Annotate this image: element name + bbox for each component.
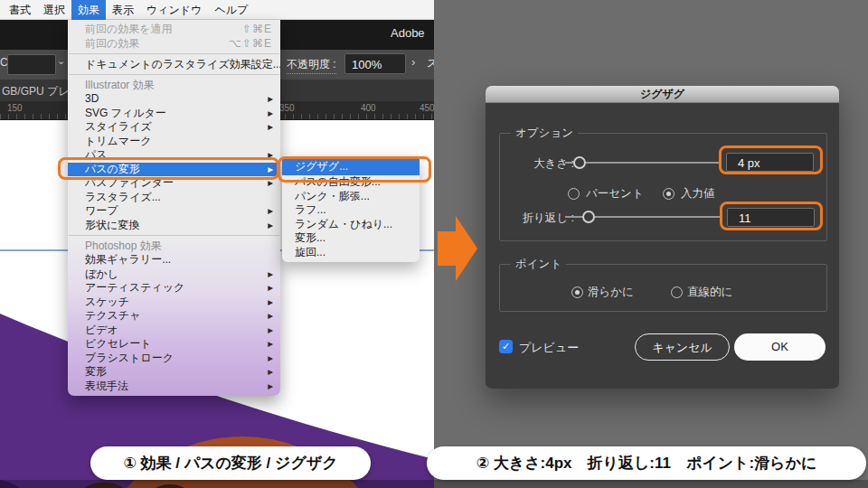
- illustrator-app-region: 書式 選択 効果 表示 ウィンドウ ヘルプ Adobe C ⌄ 不透明度 : 1…: [0, 0, 434, 488]
- effect-menu: 前回の効果を適用⇧⌘E 前回の効果⌥⇧⌘E ドキュメントのラスタライズ効果設定.…: [68, 20, 280, 396]
- points-legend: ポイント: [511, 258, 566, 271]
- menu-item-raster-settings[interactable]: ドキュメントのラスタライズ効果設定...: [68, 57, 280, 71]
- submenu-item-roughen[interactable]: ラフ...: [282, 203, 420, 218]
- annotation-box-ridges-field: [720, 202, 823, 230]
- chevron-right-icon[interactable]: ›: [411, 55, 415, 69]
- submenu-arrow-icon: ▶: [268, 296, 273, 310]
- menu-item-rasterize[interactable]: ラスタライズ...: [68, 191, 280, 205]
- corner-radio-label[interactable]: 直線的に: [687, 285, 732, 300]
- stroke-value-field[interactable]: [7, 54, 56, 75]
- chevron-down-icon[interactable]: ⌄: [57, 55, 65, 67]
- menu-item-convert-to-shape[interactable]: 形状に変換▶: [68, 219, 280, 233]
- menu-item-last-effect: 前回の効果⌥⇧⌘E: [68, 36, 280, 51]
- size-slider-track[interactable]: [565, 162, 721, 164]
- menu-item-blur[interactable]: ぼかし▶: [68, 267, 280, 282]
- absolute-radio[interactable]: [663, 188, 675, 200]
- percent-radio[interactable]: [568, 188, 580, 200]
- ruler-mark: 400: [361, 103, 376, 113]
- dialog-title[interactable]: ジグザグ: [486, 86, 839, 103]
- bottom-vignette: [0, 480, 868, 488]
- submenu-arrow-icon: ▶: [268, 107, 273, 121]
- menubar-item-window[interactable]: ウィンドウ: [140, 0, 208, 20]
- submenu-arrow-icon: ▶: [268, 352, 273, 366]
- menubar-item-select[interactable]: 選択: [37, 0, 71, 20]
- caption-step1: ① 効果 / パスの変形 / ジグザク: [90, 446, 371, 480]
- ruler-mark: 150: [7, 103, 23, 113]
- submenu-arrow-icon: ▶: [268, 120, 273, 135]
- submenu-arrow-icon: ▶: [268, 324, 273, 338]
- submenu-item-tweak[interactable]: ランダム・ひねり...: [282, 218, 420, 232]
- submenu-arrow-icon: ▶: [268, 309, 273, 324]
- cancel-button[interactable]: キャンセル: [635, 333, 730, 361]
- menu-item-sketch[interactable]: スケッチ▶: [68, 296, 280, 310]
- ridges-slider-knob[interactable]: [582, 211, 595, 223]
- opacity-label[interactable]: 不透明度 :: [287, 57, 336, 74]
- ok-button[interactable]: OK: [734, 333, 826, 361]
- submenu-arrow-icon: ▶: [268, 337, 273, 352]
- menubar-item-view[interactable]: 表示: [106, 0, 140, 20]
- menu-item-texture[interactable]: テクスチャ▶: [68, 309, 280, 324]
- size-slider-knob[interactable]: [573, 156, 586, 169]
- submenu-arrow-icon: ▶: [268, 380, 273, 394]
- menu-item-effect-gallery[interactable]: 効果ギャラリー...: [68, 253, 280, 267]
- submenu-arrow-icon: ▶: [268, 267, 273, 282]
- preview-label[interactable]: プレビュー: [519, 340, 579, 356]
- annotation-box-submenu: [278, 156, 431, 183]
- corner-radio[interactable]: [671, 286, 683, 298]
- menubar-item-help[interactable]: ヘルプ: [208, 0, 254, 20]
- menu-separator: [69, 74, 279, 75]
- menu-separator: [69, 235, 279, 236]
- annotation-box-size-field: [719, 145, 823, 174]
- menu-item-3d[interactable]: 3D▶: [68, 92, 280, 107]
- menu-item-stylize[interactable]: スタイライズ▶: [68, 120, 280, 135]
- percent-radio-label[interactable]: パーセント: [586, 186, 644, 202]
- menu-item-pixelate[interactable]: ピクセレート▶: [68, 337, 280, 352]
- menu-header-photoshop-effects: Photoshop 効果: [68, 239, 280, 253]
- menu-item-warp[interactable]: ワープ▶: [68, 204, 280, 219]
- menubar: 書式 選択 効果 表示 ウィンドウ ヘルプ: [0, 0, 434, 20]
- absolute-radio-label[interactable]: 入力値: [681, 186, 715, 202]
- menu-item-artistic[interactable]: アーティスティック▶: [68, 281, 280, 296]
- size-label: 大きさ :: [486, 156, 574, 172]
- smooth-radio[interactable]: [571, 286, 583, 298]
- menu-item-svg-filter[interactable]: SVG フィルター▶: [68, 107, 280, 121]
- menu-item-apply-last-effect: 前回の効果を適用⇧⌘E: [68, 22, 280, 36]
- annotation-box-menu: [58, 157, 279, 180]
- options-legend: オプション: [511, 127, 578, 140]
- menubar-item-format[interactable]: 書式: [3, 0, 37, 20]
- menu-item-stylize-ps[interactable]: 表現手法▶: [68, 380, 280, 394]
- ruler-mark: 450: [420, 103, 435, 113]
- submenu-item-pucker-bloat[interactable]: パンク・膨張...: [282, 190, 420, 204]
- step-arrow-icon: [436, 214, 479, 283]
- menubar-item-effect[interactable]: 効果: [71, 0, 106, 20]
- opacity-value-field[interactable]: 100%: [344, 53, 406, 74]
- submenu-arrow-icon: ▶: [268, 219, 273, 233]
- submenu-arrow-icon: ▶: [268, 92, 273, 107]
- ruler-mark: 350: [279, 103, 295, 113]
- points-groupbox: ポイント: [499, 264, 827, 312]
- submenu-arrow-icon: ▶: [268, 365, 273, 380]
- check-icon: ✓: [502, 341, 510, 352]
- ridges-label: 折り返し :: [486, 211, 574, 226]
- submenu-item-transform[interactable]: 変形...: [282, 231, 420, 246]
- menu-item-video[interactable]: ビデオ▶: [68, 324, 280, 338]
- preview-checkbox[interactable]: ✓: [499, 340, 513, 353]
- smooth-radio-label[interactable]: 滑らかに: [588, 285, 634, 300]
- zigzag-dialog: ジグザグ オプション 大きさ : 4 px パーセント 入力値 折り返し : 1…: [486, 86, 839, 389]
- menu-item-distort[interactable]: 変形▶: [68, 365, 280, 380]
- menu-item-brush-strokes[interactable]: ブラシストローク▶: [68, 352, 280, 366]
- submenu-arrow-icon: ▶: [268, 204, 273, 219]
- menu-header-illustrator-effects: Illustrator 効果: [68, 78, 280, 92]
- menu-separator: [69, 53, 279, 54]
- tutorial-screenshot: 書式 選択 効果 表示 ウィンドウ ヘルプ Adobe C ⌄ 不透明度 : 1…: [0, 0, 868, 488]
- adobe-label: Adobe: [391, 26, 425, 40]
- submenu-item-twist[interactable]: 旋回...: [282, 246, 420, 260]
- submenu-arrow-icon: ▶: [268, 281, 273, 296]
- caption-step2: ② 大きさ:4px 折り返し:11 ポイント:滑らかに: [427, 446, 866, 480]
- menu-item-trim-marks[interactable]: トリムマーク: [68, 135, 280, 149]
